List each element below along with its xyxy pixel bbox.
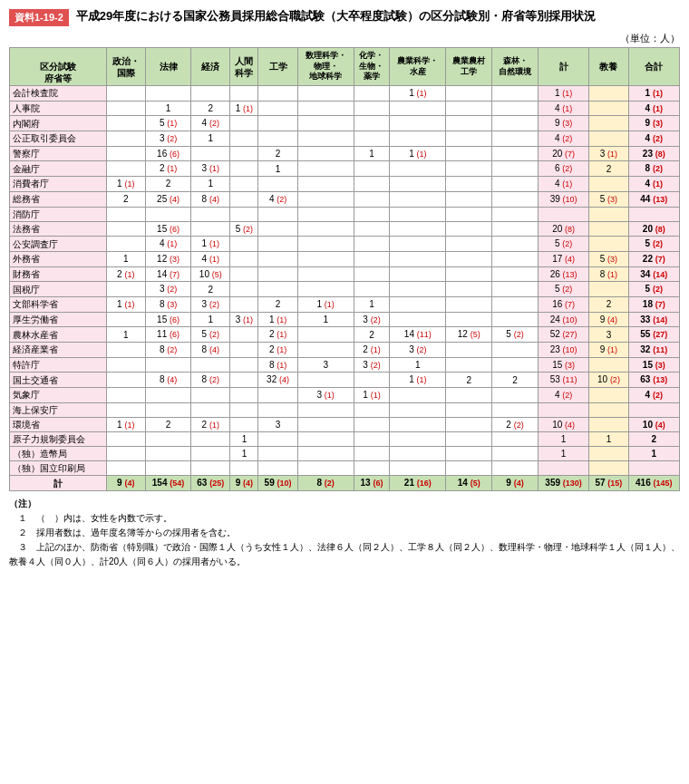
cell-kei: 20 (7) (538, 146, 588, 161)
cell-ningen (230, 327, 258, 343)
cell-kogyo (258, 101, 297, 116)
cell-kagaku (354, 432, 390, 447)
table-row: （独）造幣局111 (10, 447, 680, 461)
cell-ningen: 5 (2) (230, 221, 258, 237)
cell-horitsu: 1 (145, 101, 190, 116)
cell-seiji (106, 116, 145, 131)
cell-kei: 16 (7) (538, 296, 588, 312)
cell-horitsu: 3 (2) (145, 131, 190, 147)
cell-kagaku (354, 131, 390, 147)
cell-nougyo (390, 237, 446, 252)
cell-seiji (106, 221, 145, 237)
cell-kyoyo: 9 (1) (589, 343, 628, 358)
cell-kyoyo: 2 (589, 296, 628, 312)
cell-horitsu: 4 (1) (145, 237, 190, 252)
cell-kogyo: 4 (2) (258, 191, 297, 207)
cell-nousonkogyo (446, 191, 492, 207)
cell-keizai (191, 86, 230, 102)
cell-nousonkogyo (446, 447, 492, 461)
cell-keizai (191, 357, 230, 373)
table-row: 原子力規制委員会1112 (10, 432, 680, 447)
cell-ningen (230, 402, 258, 417)
cell-kei: 53 (11) (538, 373, 588, 388)
cell-kogyo: 59 (10) (258, 476, 297, 491)
cell-nousonkogyo (446, 402, 492, 417)
cell-horitsu (145, 86, 190, 102)
cell-kagaku (354, 251, 390, 266)
cell-gokei: 1 (1) (628, 86, 679, 102)
cell-kagaku: 13 (6) (354, 476, 390, 491)
cell-suuri (297, 447, 354, 461)
cell-horitsu: 2 (1) (145, 161, 190, 177)
table-row: 公安調査庁4 (1)1 (1)5 (2)5 (2) (10, 237, 680, 252)
cell-gokei: 9 (3) (628, 116, 679, 131)
cell-gokei: 5 (2) (628, 237, 679, 252)
cell-suuri: 1 (1) (297, 296, 354, 312)
cell-suuri (297, 191, 354, 207)
table-row: 消費者庁1 (1)214 (1)4 (1) (10, 177, 680, 192)
table-row: 国土交通省8 (4)8 (2)32 (4)1 (1)2253 (11)10 (2… (10, 373, 680, 388)
dept-label: 外務省 (10, 251, 107, 266)
dept-label: 法務省 (10, 221, 107, 237)
cell-horitsu (145, 388, 190, 403)
cell-nougyo (390, 101, 446, 116)
cell-kogyo (258, 207, 297, 221)
cell-seiji (106, 432, 145, 447)
cell-keizai: 3 (2) (191, 296, 230, 312)
cell-kyoyo: 2 (589, 161, 628, 177)
cell-kyoyo: 5 (3) (589, 251, 628, 266)
cell-seiji (106, 312, 145, 327)
col-ningen: 人間科学 (230, 48, 258, 86)
cell-keizai: 1 (1) (191, 237, 230, 252)
cell-horitsu: 154 (54) (145, 476, 190, 491)
cell-kei: 39 (10) (538, 191, 588, 207)
cell-horitsu: 3 (2) (145, 282, 190, 297)
cell-kagaku (354, 116, 390, 131)
col-seiji: 政治・国際 (106, 48, 145, 86)
cell-keizai: 2 (1) (191, 417, 230, 432)
cell-ningen (230, 461, 258, 476)
cell-suuri (297, 327, 354, 343)
cell-ningen (230, 131, 258, 147)
dept-label: 国税庁 (10, 282, 107, 297)
cell-keizai: 1 (191, 131, 230, 147)
col-gokei: 合計 (628, 48, 679, 86)
cell-gokei: 44 (13) (628, 191, 679, 207)
cell-seiji (106, 343, 145, 358)
cell-suuri (297, 146, 354, 161)
cell-kogyo (258, 116, 297, 131)
cell-ningen (230, 177, 258, 192)
cell-nousonkogyo (446, 237, 492, 252)
cell-kagaku (354, 237, 390, 252)
cell-ningen (230, 251, 258, 266)
cell-kei: 9 (3) (538, 116, 588, 131)
cell-kei: 24 (10) (538, 312, 588, 327)
cell-kyoyo (589, 177, 628, 192)
cell-kyoyo (589, 207, 628, 221)
cell-nousonkogyo (446, 177, 492, 192)
cell-ningen: 9 (4) (230, 476, 258, 491)
cell-horitsu: 12 (3) (145, 251, 190, 266)
cell-nougyo (390, 191, 446, 207)
cell-kagaku (354, 101, 390, 116)
cell-nougyo (390, 266, 446, 282)
cell-gokei: 4 (1) (628, 177, 679, 192)
cell-ningen (230, 388, 258, 403)
cell-nousonkogyo: 14 (5) (446, 476, 492, 491)
cell-seiji: 1 (106, 327, 145, 343)
cell-kagaku: 1 (354, 146, 390, 161)
cell-kei: 5 (2) (538, 282, 588, 297)
page-title: 平成29年度における国家公務員採用総合職試験（大卒程度試験）の区分試験別・府省等… (76, 7, 596, 25)
dept-label: 会計検査院 (10, 86, 107, 102)
cell-shinrin (492, 191, 539, 207)
cell-kyoyo (589, 388, 628, 403)
cell-kei: 359 (130) (538, 476, 588, 491)
cell-shinrin (492, 447, 539, 461)
table-row: 農林水産省111 (6)5 (2)2 (1)214 (11)12 (5)5 (2… (10, 327, 680, 343)
cell-nougyo: 1 (1) (390, 373, 446, 388)
col-suuri: 数理科学・物理・地球科学 (297, 48, 354, 86)
cell-ningen: 1 (230, 432, 258, 447)
cell-suuri (297, 266, 354, 282)
cell-seiji (106, 131, 145, 147)
cell-shinrin (492, 343, 539, 358)
